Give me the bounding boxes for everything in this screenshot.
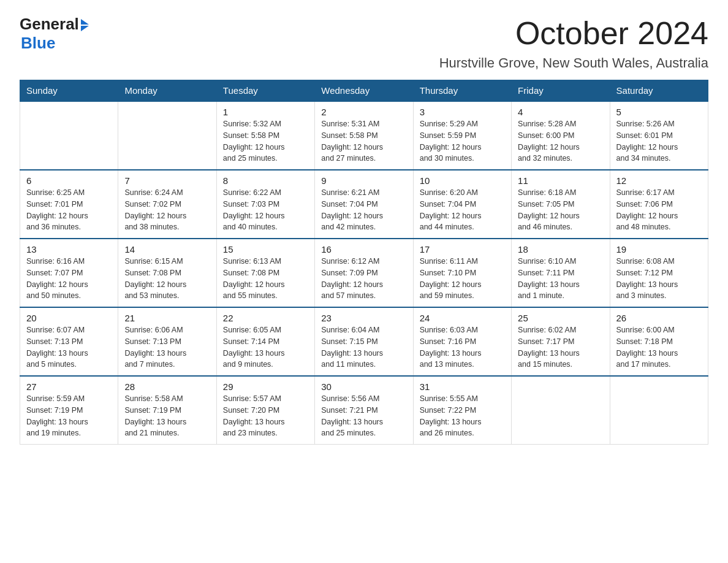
day-info: Sunrise: 6:22 AM Sunset: 7:03 PM Dayligh…	[223, 187, 308, 233]
calendar-day-cell	[118, 101, 216, 170]
day-info: Sunrise: 6:04 AM Sunset: 7:15 PM Dayligh…	[321, 324, 406, 370]
day-info: Sunrise: 5:57 AM Sunset: 7:20 PM Dayligh…	[223, 393, 308, 439]
day-info: Sunrise: 5:31 AM Sunset: 5:58 PM Dayligh…	[321, 118, 406, 164]
calendar-day-cell: 17Sunrise: 6:11 AM Sunset: 7:10 PM Dayli…	[413, 239, 511, 307]
calendar-day-cell: 11Sunrise: 6:18 AM Sunset: 7:05 PM Dayli…	[512, 170, 610, 239]
day-number: 20	[26, 313, 112, 323]
day-info: Sunrise: 6:13 AM Sunset: 7:08 PM Dayligh…	[223, 256, 308, 302]
calendar-day-cell: 2Sunrise: 5:31 AM Sunset: 5:58 PM Daylig…	[315, 101, 413, 170]
day-info: Sunrise: 6:16 AM Sunset: 7:07 PM Dayligh…	[26, 256, 112, 302]
calendar-day-cell: 20Sunrise: 6:07 AM Sunset: 7:13 PM Dayli…	[20, 307, 118, 376]
day-info: Sunrise: 5:56 AM Sunset: 7:21 PM Dayligh…	[321, 393, 406, 439]
calendar-day-cell: 29Sunrise: 5:57 AM Sunset: 7:20 PM Dayli…	[216, 376, 314, 445]
calendar-table: SundayMondayTuesdayWednesdayThursdayFrid…	[20, 80, 708, 445]
day-number: 7	[124, 175, 210, 186]
day-number: 21	[124, 313, 210, 323]
day-number: 9	[321, 175, 406, 186]
day-number: 27	[26, 381, 112, 392]
day-info: Sunrise: 5:32 AM Sunset: 5:58 PM Dayligh…	[223, 118, 308, 164]
calendar-day-cell: 19Sunrise: 6:08 AM Sunset: 7:12 PM Dayli…	[610, 239, 708, 307]
calendar-day-cell: 14Sunrise: 6:15 AM Sunset: 7:08 PM Dayli…	[118, 239, 216, 307]
calendar-day-cell: 5Sunrise: 5:26 AM Sunset: 6:01 PM Daylig…	[610, 101, 708, 170]
calendar-week-row: 27Sunrise: 5:59 AM Sunset: 7:19 PM Dayli…	[20, 376, 708, 445]
day-number: 11	[518, 175, 603, 186]
day-number: 1	[223, 107, 308, 117]
day-info: Sunrise: 6:12 AM Sunset: 7:09 PM Dayligh…	[321, 256, 406, 302]
day-number: 14	[124, 244, 210, 255]
day-info: Sunrise: 5:26 AM Sunset: 6:01 PM Dayligh…	[616, 118, 702, 164]
day-info: Sunrise: 6:24 AM Sunset: 7:02 PM Dayligh…	[124, 187, 210, 233]
day-number: 31	[420, 381, 505, 392]
calendar-day-cell: 13Sunrise: 6:16 AM Sunset: 7:07 PM Dayli…	[20, 239, 118, 307]
calendar-day-cell: 27Sunrise: 5:59 AM Sunset: 7:19 PM Dayli…	[20, 376, 118, 445]
day-info: Sunrise: 5:28 AM Sunset: 6:00 PM Dayligh…	[518, 118, 603, 164]
day-number: 23	[321, 313, 406, 323]
day-number: 30	[321, 381, 406, 392]
logo-general-text: General	[20, 15, 79, 34]
day-number: 19	[616, 244, 702, 255]
calendar-day-cell: 7Sunrise: 6:24 AM Sunset: 7:02 PM Daylig…	[118, 170, 216, 239]
day-number: 15	[223, 244, 308, 255]
calendar-day-cell: 4Sunrise: 5:28 AM Sunset: 6:00 PM Daylig…	[512, 101, 610, 170]
day-number: 18	[518, 244, 603, 255]
day-number: 29	[223, 381, 308, 392]
day-info: Sunrise: 6:11 AM Sunset: 7:10 PM Dayligh…	[420, 256, 505, 302]
calendar-day-cell: 31Sunrise: 5:55 AM Sunset: 7:22 PM Dayli…	[413, 376, 511, 445]
day-info: Sunrise: 6:02 AM Sunset: 7:17 PM Dayligh…	[518, 324, 603, 370]
day-info: Sunrise: 5:29 AM Sunset: 5:59 PM Dayligh…	[420, 118, 505, 164]
calendar-day-cell: 18Sunrise: 6:10 AM Sunset: 7:11 PM Dayli…	[512, 239, 610, 307]
day-number: 16	[321, 244, 406, 255]
calendar-day-header: Sunday	[20, 80, 118, 102]
calendar-day-cell: 30Sunrise: 5:56 AM Sunset: 7:21 PM Dayli…	[315, 376, 413, 445]
month-title: October 2024	[515, 15, 708, 52]
calendar-day-header: Saturday	[610, 80, 708, 102]
day-number: 2	[321, 107, 406, 117]
logo-blue-text: Blue	[21, 34, 55, 53]
day-number: 4	[518, 107, 603, 117]
calendar-day-cell: 16Sunrise: 6:12 AM Sunset: 7:09 PM Dayli…	[315, 239, 413, 307]
calendar-day-header: Thursday	[413, 80, 511, 102]
calendar-day-cell: 26Sunrise: 6:00 AM Sunset: 7:18 PM Dayli…	[610, 307, 708, 376]
day-info: Sunrise: 6:25 AM Sunset: 7:01 PM Dayligh…	[26, 187, 112, 233]
calendar-week-row: 20Sunrise: 6:07 AM Sunset: 7:13 PM Dayli…	[20, 307, 708, 376]
day-info: Sunrise: 6:20 AM Sunset: 7:04 PM Dayligh…	[420, 187, 505, 233]
calendar-week-row: 1Sunrise: 5:32 AM Sunset: 5:58 PM Daylig…	[20, 101, 708, 170]
calendar-header-row: SundayMondayTuesdayWednesdayThursdayFrid…	[20, 80, 708, 102]
day-number: 12	[616, 175, 702, 186]
calendar-day-cell: 22Sunrise: 6:05 AM Sunset: 7:14 PM Dayli…	[216, 307, 314, 376]
calendar-day-cell: 6Sunrise: 6:25 AM Sunset: 7:01 PM Daylig…	[20, 170, 118, 239]
day-number: 3	[420, 107, 505, 117]
day-info: Sunrise: 6:05 AM Sunset: 7:14 PM Dayligh…	[223, 324, 308, 370]
calendar-day-cell: 8Sunrise: 6:22 AM Sunset: 7:03 PM Daylig…	[216, 170, 314, 239]
day-number: 26	[616, 313, 702, 323]
day-number: 10	[420, 175, 505, 186]
day-info: Sunrise: 5:55 AM Sunset: 7:22 PM Dayligh…	[420, 393, 505, 439]
day-number: 17	[420, 244, 505, 255]
day-number: 5	[616, 107, 702, 117]
page-header: General Blue October 2024	[20, 15, 708, 53]
day-number: 28	[124, 381, 210, 392]
day-info: Sunrise: 6:07 AM Sunset: 7:13 PM Dayligh…	[26, 324, 112, 370]
calendar-day-cell	[20, 101, 118, 170]
calendar-day-header: Friday	[512, 80, 610, 102]
calendar-day-cell	[512, 376, 610, 445]
calendar-day-cell	[610, 376, 708, 445]
logo: General Blue	[20, 15, 89, 53]
day-number: 22	[223, 313, 308, 323]
calendar-day-cell: 15Sunrise: 6:13 AM Sunset: 7:08 PM Dayli…	[216, 239, 314, 307]
calendar-day-cell: 28Sunrise: 5:58 AM Sunset: 7:19 PM Dayli…	[118, 376, 216, 445]
calendar-day-header: Monday	[118, 80, 216, 102]
day-number: 6	[26, 175, 112, 186]
calendar-day-cell: 3Sunrise: 5:29 AM Sunset: 5:59 PM Daylig…	[413, 101, 511, 170]
day-number: 25	[518, 313, 603, 323]
calendar-day-header: Tuesday	[216, 80, 314, 102]
day-info: Sunrise: 6:00 AM Sunset: 7:18 PM Dayligh…	[616, 324, 702, 370]
calendar-week-row: 6Sunrise: 6:25 AM Sunset: 7:01 PM Daylig…	[20, 170, 708, 239]
calendar-day-cell: 23Sunrise: 6:04 AM Sunset: 7:15 PM Dayli…	[315, 307, 413, 376]
day-info: Sunrise: 5:59 AM Sunset: 7:19 PM Dayligh…	[26, 393, 112, 439]
day-info: Sunrise: 6:21 AM Sunset: 7:04 PM Dayligh…	[321, 187, 406, 233]
calendar-day-cell: 12Sunrise: 6:17 AM Sunset: 7:06 PM Dayli…	[610, 170, 708, 239]
calendar-day-cell: 25Sunrise: 6:02 AM Sunset: 7:17 PM Dayli…	[512, 307, 610, 376]
day-number: 13	[26, 244, 112, 255]
calendar-day-cell: 24Sunrise: 6:03 AM Sunset: 7:16 PM Dayli…	[413, 307, 511, 376]
